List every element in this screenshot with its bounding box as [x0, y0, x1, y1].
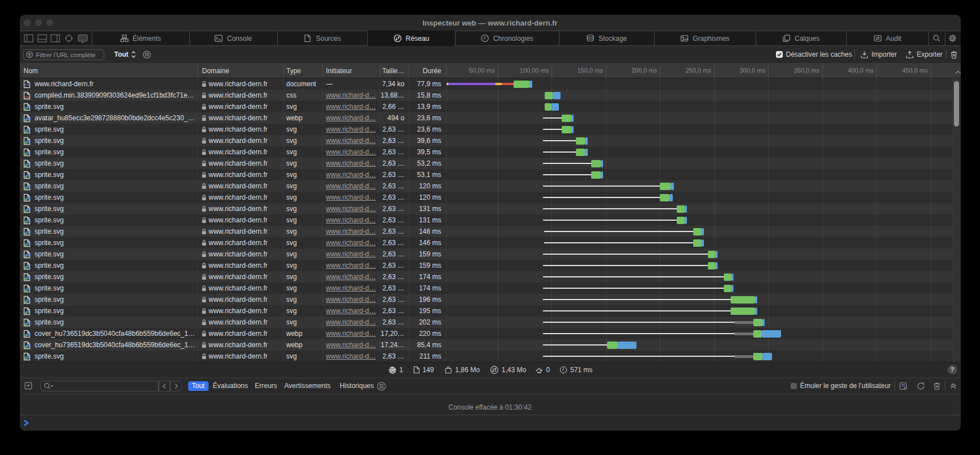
svg-text:JS: JS: [901, 384, 905, 387]
svg-text:<>: <>: [24, 83, 29, 87]
svg-text:css: css: [24, 95, 29, 98]
